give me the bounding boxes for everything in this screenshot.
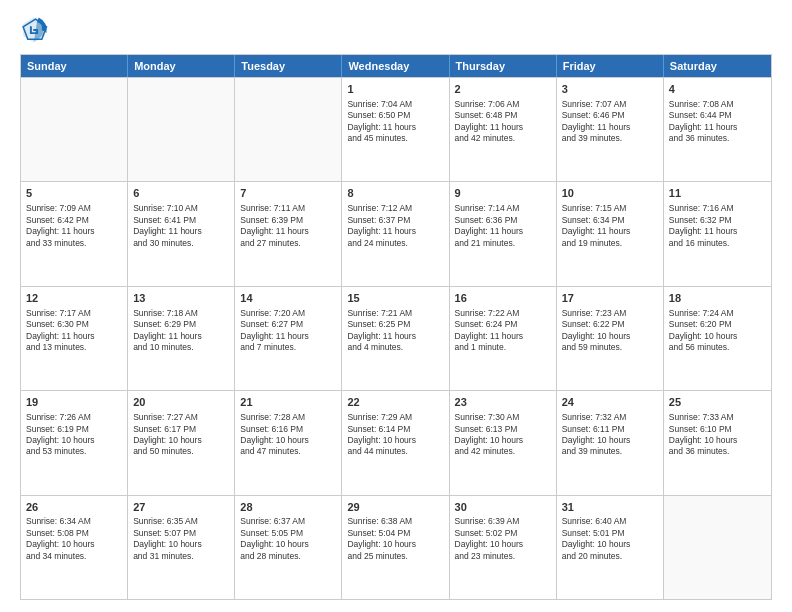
day-info: Sunrise: 7:07 AM Sunset: 6:46 PM Dayligh… [562,99,658,145]
day-number: 11 [669,186,766,201]
calendar-day-7: 7Sunrise: 7:11 AM Sunset: 6:39 PM Daylig… [235,182,342,285]
day-info: Sunrise: 7:28 AM Sunset: 6:16 PM Dayligh… [240,412,336,458]
calendar-day-20: 20Sunrise: 7:27 AM Sunset: 6:17 PM Dayli… [128,391,235,494]
day-info: Sunrise: 7:06 AM Sunset: 6:48 PM Dayligh… [455,99,551,145]
day-info: Sunrise: 7:15 AM Sunset: 6:34 PM Dayligh… [562,203,658,249]
day-info: Sunrise: 7:09 AM Sunset: 6:42 PM Dayligh… [26,203,122,249]
page: SundayMondayTuesdayWednesdayThursdayFrid… [0,0,792,612]
calendar-day-11: 11Sunrise: 7:16 AM Sunset: 6:32 PM Dayli… [664,182,771,285]
day-number: 30 [455,500,551,515]
calendar: SundayMondayTuesdayWednesdayThursdayFrid… [20,54,772,600]
day-info: Sunrise: 7:32 AM Sunset: 6:11 PM Dayligh… [562,412,658,458]
day-info: Sunrise: 7:27 AM Sunset: 6:17 PM Dayligh… [133,412,229,458]
calendar-day-16: 16Sunrise: 7:22 AM Sunset: 6:24 PM Dayli… [450,287,557,390]
calendar-day-9: 9Sunrise: 7:14 AM Sunset: 6:36 PM Daylig… [450,182,557,285]
day-of-week-sunday: Sunday [21,55,128,77]
calendar-day-8: 8Sunrise: 7:12 AM Sunset: 6:37 PM Daylig… [342,182,449,285]
calendar-day-26: 26Sunrise: 6:34 AM Sunset: 5:08 PM Dayli… [21,496,128,599]
day-number: 9 [455,186,551,201]
calendar-day-21: 21Sunrise: 7:28 AM Sunset: 6:16 PM Dayli… [235,391,342,494]
day-info: Sunrise: 6:37 AM Sunset: 5:05 PM Dayligh… [240,516,336,562]
day-number: 5 [26,186,122,201]
header [20,16,772,44]
day-number: 21 [240,395,336,410]
day-of-week-tuesday: Tuesday [235,55,342,77]
calendar-week-1: 1Sunrise: 7:04 AM Sunset: 6:50 PM Daylig… [21,77,771,181]
empty-cell [128,78,235,181]
empty-cell [664,496,771,599]
day-info: Sunrise: 7:11 AM Sunset: 6:39 PM Dayligh… [240,203,336,249]
day-number: 15 [347,291,443,306]
day-info: Sunrise: 7:20 AM Sunset: 6:27 PM Dayligh… [240,308,336,354]
day-info: Sunrise: 6:39 AM Sunset: 5:02 PM Dayligh… [455,516,551,562]
day-number: 7 [240,186,336,201]
day-of-week-friday: Friday [557,55,664,77]
day-info: Sunrise: 7:08 AM Sunset: 6:44 PM Dayligh… [669,99,766,145]
day-number: 1 [347,82,443,97]
calendar-day-3: 3Sunrise: 7:07 AM Sunset: 6:46 PM Daylig… [557,78,664,181]
calendar-header: SundayMondayTuesdayWednesdayThursdayFrid… [21,55,771,77]
day-info: Sunrise: 6:35 AM Sunset: 5:07 PM Dayligh… [133,516,229,562]
day-number: 23 [455,395,551,410]
day-info: Sunrise: 7:30 AM Sunset: 6:13 PM Dayligh… [455,412,551,458]
calendar-day-19: 19Sunrise: 7:26 AM Sunset: 6:19 PM Dayli… [21,391,128,494]
calendar-week-4: 19Sunrise: 7:26 AM Sunset: 6:19 PM Dayli… [21,390,771,494]
calendar-day-29: 29Sunrise: 6:38 AM Sunset: 5:04 PM Dayli… [342,496,449,599]
calendar-day-28: 28Sunrise: 6:37 AM Sunset: 5:05 PM Dayli… [235,496,342,599]
empty-cell [21,78,128,181]
day-number: 25 [669,395,766,410]
day-info: Sunrise: 7:14 AM Sunset: 6:36 PM Dayligh… [455,203,551,249]
day-number: 19 [26,395,122,410]
day-number: 26 [26,500,122,515]
day-info: Sunrise: 7:18 AM Sunset: 6:29 PM Dayligh… [133,308,229,354]
day-number: 28 [240,500,336,515]
day-info: Sunrise: 7:24 AM Sunset: 6:20 PM Dayligh… [669,308,766,354]
calendar-day-25: 25Sunrise: 7:33 AM Sunset: 6:10 PM Dayli… [664,391,771,494]
day-number: 6 [133,186,229,201]
day-number: 3 [562,82,658,97]
day-info: Sunrise: 7:26 AM Sunset: 6:19 PM Dayligh… [26,412,122,458]
day-of-week-thursday: Thursday [450,55,557,77]
calendar-day-2: 2Sunrise: 7:06 AM Sunset: 6:48 PM Daylig… [450,78,557,181]
day-info: Sunrise: 7:16 AM Sunset: 6:32 PM Dayligh… [669,203,766,249]
calendar-day-10: 10Sunrise: 7:15 AM Sunset: 6:34 PM Dayli… [557,182,664,285]
calendar-day-30: 30Sunrise: 6:39 AM Sunset: 5:02 PM Dayli… [450,496,557,599]
day-info: Sunrise: 7:33 AM Sunset: 6:10 PM Dayligh… [669,412,766,458]
calendar-day-13: 13Sunrise: 7:18 AM Sunset: 6:29 PM Dayli… [128,287,235,390]
day-number: 29 [347,500,443,515]
calendar-week-2: 5Sunrise: 7:09 AM Sunset: 6:42 PM Daylig… [21,181,771,285]
logo [20,16,52,44]
calendar-day-4: 4Sunrise: 7:08 AM Sunset: 6:44 PM Daylig… [664,78,771,181]
day-of-week-wednesday: Wednesday [342,55,449,77]
day-info: Sunrise: 7:22 AM Sunset: 6:24 PM Dayligh… [455,308,551,354]
calendar-day-23: 23Sunrise: 7:30 AM Sunset: 6:13 PM Dayli… [450,391,557,494]
day-info: Sunrise: 7:17 AM Sunset: 6:30 PM Dayligh… [26,308,122,354]
calendar-day-31: 31Sunrise: 6:40 AM Sunset: 5:01 PM Dayli… [557,496,664,599]
day-info: Sunrise: 7:10 AM Sunset: 6:41 PM Dayligh… [133,203,229,249]
day-info: Sunrise: 7:04 AM Sunset: 6:50 PM Dayligh… [347,99,443,145]
day-number: 8 [347,186,443,201]
calendar-day-27: 27Sunrise: 6:35 AM Sunset: 5:07 PM Dayli… [128,496,235,599]
calendar-day-12: 12Sunrise: 7:17 AM Sunset: 6:30 PM Dayli… [21,287,128,390]
day-number: 22 [347,395,443,410]
calendar-day-18: 18Sunrise: 7:24 AM Sunset: 6:20 PM Dayli… [664,287,771,390]
day-number: 27 [133,500,229,515]
day-number: 18 [669,291,766,306]
day-of-week-monday: Monday [128,55,235,77]
day-info: Sunrise: 6:38 AM Sunset: 5:04 PM Dayligh… [347,516,443,562]
day-number: 14 [240,291,336,306]
calendar-day-1: 1Sunrise: 7:04 AM Sunset: 6:50 PM Daylig… [342,78,449,181]
day-number: 13 [133,291,229,306]
calendar-day-5: 5Sunrise: 7:09 AM Sunset: 6:42 PM Daylig… [21,182,128,285]
day-number: 24 [562,395,658,410]
day-info: Sunrise: 6:34 AM Sunset: 5:08 PM Dayligh… [26,516,122,562]
calendar-day-14: 14Sunrise: 7:20 AM Sunset: 6:27 PM Dayli… [235,287,342,390]
day-number: 20 [133,395,229,410]
calendar-week-5: 26Sunrise: 6:34 AM Sunset: 5:08 PM Dayli… [21,495,771,599]
calendar-day-24: 24Sunrise: 7:32 AM Sunset: 6:11 PM Dayli… [557,391,664,494]
day-info: Sunrise: 7:21 AM Sunset: 6:25 PM Dayligh… [347,308,443,354]
day-number: 17 [562,291,658,306]
day-number: 16 [455,291,551,306]
day-number: 2 [455,82,551,97]
calendar-body: 1Sunrise: 7:04 AM Sunset: 6:50 PM Daylig… [21,77,771,599]
